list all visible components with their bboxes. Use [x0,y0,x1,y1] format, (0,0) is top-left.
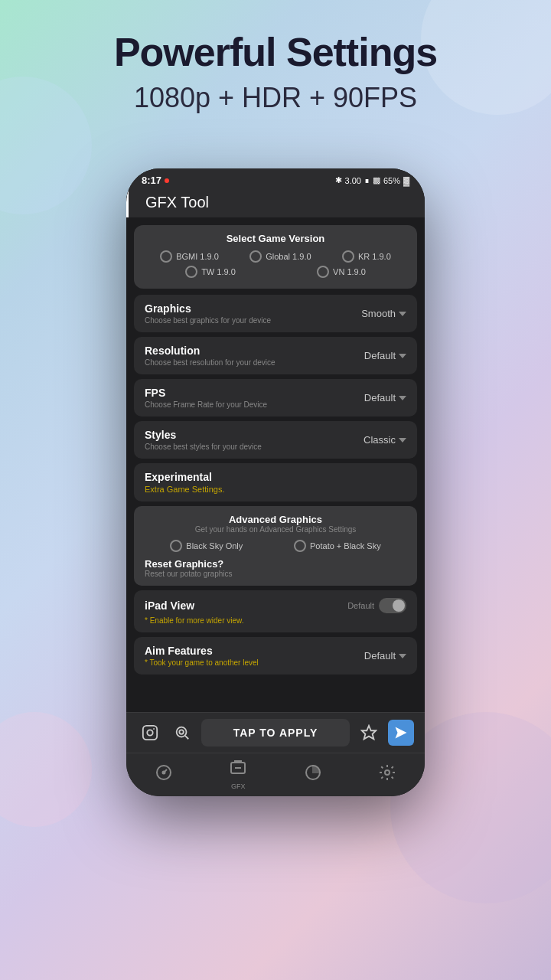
black-sky-label: Black Sky Only [186,541,243,550]
radio-potato-black-sky[interactable] [294,540,306,552]
fps-label: FPS [145,387,267,399]
reset-graphics-desc: Reset our potato graphics [145,570,406,578]
version-tw[interactable]: TW 1.9.0 [185,266,236,278]
nav-settings[interactable] [378,763,396,786]
svg-point-1 [147,730,152,735]
battery-percent: 65% [383,176,400,185]
status-bar: 8:17 ✱ 3.00 ∎ ▩ 65% ▓ [126,168,425,189]
app-content[interactable]: Select Game Version BGMI 1.9.0 Global 1.… [126,217,425,712]
potato-black-sky-option[interactable]: Potato + Black Sky [294,540,381,552]
signal-icon: ▩ [373,175,380,185]
svg-point-9 [162,771,165,773]
action-bar: TAP TO APPLY [126,712,425,753]
version-row-1: BGMI 1.9.0 Global 1.9.0 KR 1.9.0 [145,250,406,263]
radio-global[interactable] [249,250,262,263]
version-global-label: Global 1.9.0 [266,252,311,261]
toggle-knob [393,599,405,612]
toggle-container[interactable]: Default [347,598,406,613]
instagram-button[interactable] [137,720,163,746]
version-tw-label: TW 1.9.0 [201,267,236,276]
resolution-label-group: Resolution Choose best resolution for yo… [145,345,276,367]
radio-bgmi[interactable] [160,250,172,263]
styles-setting[interactable]: Styles Choose best styles for your devic… [134,421,417,459]
header-area: Powerful Settings 1080p + HDR + 90FPS [0,0,551,129]
send-button[interactable] [388,720,414,746]
svg-marker-6 [362,726,376,739]
resolution-desc: Choose best resolution for your device [145,358,276,367]
radio-black-sky[interactable] [170,540,182,552]
nav-speed[interactable] [155,763,173,786]
advanced-graphics-card: Advanced Graphics Get your hands on Adva… [134,506,417,586]
graphics-label-group: Graphics Choose best graphics for your d… [145,302,271,325]
status-time: 8:17 [142,175,161,186]
svg-marker-7 [396,727,407,739]
potato-black-sky-label: Potato + Black Sky [310,541,381,550]
fps-value: Default [364,392,396,403]
version-kr-label: KR 1.9.0 [358,252,391,261]
ipad-toggle[interactable] [379,598,406,613]
reset-graphics-title: Reset Graphics? [145,558,406,570]
version-bgmi-label: BGMI 1.9.0 [176,252,219,261]
fps-setting[interactable]: FPS Choose Frame Rate for your Device De… [134,379,417,416]
resolution-label: Resolution [145,345,276,357]
status-dot [165,178,169,183]
aim-value: Default [364,650,396,662]
page-title: Powerful Settings [23,31,528,74]
nav-chart[interactable] [304,763,322,786]
search-button[interactable] [169,720,195,746]
version-vn[interactable]: VN 1.9.0 [317,266,366,278]
graphics-label: Graphics [145,302,271,315]
bottom-nav: GFX [126,753,425,796]
radio-tw[interactable] [185,266,197,278]
svg-line-5 [185,736,188,739]
star-button[interactable] [356,720,382,746]
app-header: GFX Tool [126,189,425,217]
experimental-link[interactable]: Extra Game Settings. [145,485,406,494]
nav-gfx[interactable]: GFX [229,758,247,790]
experimental-card: Experimental Extra Game Settings. [134,463,417,501]
graphics-value-group[interactable]: Smooth [361,308,406,319]
toggle-label: Default [347,601,374,610]
advanced-title: Advanced Graphics [145,514,406,525]
styles-label: Styles [145,429,262,441]
graphics-value: Smooth [361,308,396,319]
aim-title: Aim Features [145,645,259,657]
aim-desc: * Took your game to another level [145,658,259,667]
ipad-header: iPad View Default [145,598,406,613]
resolution-value-group[interactable]: Default [364,350,406,361]
tap-apply-button[interactable]: TAP TO APPLY [201,719,350,746]
svg-rect-0 [143,726,157,740]
radio-vn[interactable] [317,266,329,278]
resolution-chevron-icon [399,354,406,358]
version-row-2: TW 1.9.0 VN 1.9.0 [145,266,406,278]
app-title: GFX Tool [145,194,209,211]
version-global[interactable]: Global 1.9.0 [249,250,311,263]
black-sky-option[interactable]: Black Sky Only [170,540,243,552]
ipad-title: iPad View [145,599,194,612]
speed-icon [155,763,173,786]
graphics-setting[interactable]: Graphics Choose best graphics for your d… [134,295,417,332]
version-kr[interactable]: KR 1.9.0 [342,250,391,263]
network-speed: 3.00 [345,176,361,185]
version-bgmi[interactable]: BGMI 1.9.0 [160,250,219,263]
styles-label-group: Styles Choose best styles for your devic… [145,429,262,451]
advanced-desc: Get your hands on Advanced Graphics Sett… [145,525,406,534]
aim-value-group[interactable]: Default [364,650,406,662]
reset-graphics-group: Reset Graphics? Reset our potato graphic… [145,558,406,578]
styles-value-group[interactable]: Classic [364,434,406,446]
wifi-icon: ∎ [364,175,370,185]
chart-icon [304,763,322,786]
settings-icon [378,763,396,786]
resolution-setting[interactable]: Resolution Choose best resolution for yo… [134,337,417,374]
fps-desc: Choose Frame Rate for your Device [145,400,267,409]
status-right: ✱ 3.00 ∎ ▩ 65% ▓ [335,175,409,185]
version-vn-label: VN 1.9.0 [333,267,366,276]
svg-point-2 [153,728,155,730]
gfx-icon [229,758,247,780]
fps-value-group[interactable]: Default [364,392,406,403]
svg-point-13 [385,770,390,775]
aim-features-card[interactable]: Aim Features * Took your game to another… [134,637,417,675]
radio-kr[interactable] [342,250,354,263]
graphics-desc: Choose best graphics for your device [145,316,271,325]
svg-point-3 [177,727,187,737]
